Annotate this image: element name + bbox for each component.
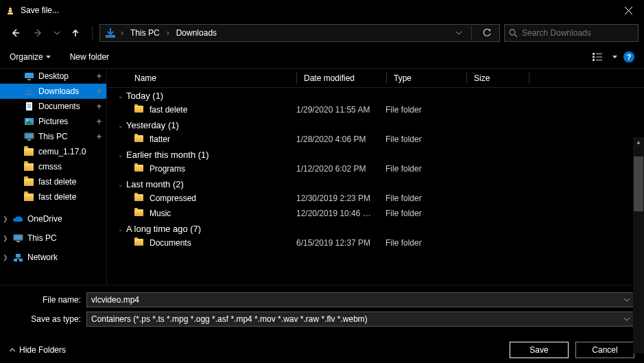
sidebar-item[interactable]: This PC xyxy=(0,129,106,144)
folder-icon xyxy=(23,191,34,202)
chevron-down-icon: ⌄ xyxy=(118,152,123,159)
recent-dropdown[interactable] xyxy=(52,23,62,43)
file-date: 12/30/2019 2:23 PM xyxy=(296,194,385,203)
group-header[interactable]: ⌄Earlier this month (1) xyxy=(107,147,644,161)
file-list: ⌄Today (1)fast delete1/29/2020 11:55 AMF… xyxy=(107,88,644,285)
group-header[interactable]: ⌄Yesterday (1) xyxy=(107,117,644,132)
breadcrumb-segment[interactable]: Downloads xyxy=(172,27,221,39)
filename-dropdown[interactable] xyxy=(621,298,630,302)
scroll-up[interactable]: ▲ xyxy=(633,137,644,147)
svg-rect-22 xyxy=(27,107,31,108)
hide-folders-button[interactable]: Hide Folders xyxy=(10,345,66,355)
svg-rect-34 xyxy=(19,259,23,261)
column-type[interactable]: Type xyxy=(394,73,466,83)
chevron-down-icon: ⌄ xyxy=(118,122,123,129)
breadcrumb-dropdown[interactable] xyxy=(452,32,466,35)
up-button[interactable] xyxy=(66,23,85,43)
sidebar-item-label: Desktop xyxy=(38,71,69,81)
svg-rect-17 xyxy=(27,79,31,80)
column-date[interactable]: Date modified xyxy=(304,73,386,83)
chevron-right-icon[interactable]: ❯ xyxy=(3,235,8,242)
toolbar: Organize New folder ? xyxy=(0,45,644,69)
group-title: A long time ago (7) xyxy=(126,224,201,234)
back-button[interactable] xyxy=(5,23,25,43)
sidebar-item[interactable]: Pictures xyxy=(0,114,106,129)
view-mode-button[interactable] xyxy=(592,50,606,64)
refresh-button[interactable] xyxy=(477,28,497,38)
pin-icon xyxy=(96,73,102,80)
downloads-icon xyxy=(103,25,118,40)
search-icon xyxy=(509,29,518,38)
group-header[interactable]: ⌄A long time ago (7) xyxy=(107,221,644,235)
chevron-right-icon[interactable]: ❯ xyxy=(3,215,8,222)
chevron-down-icon: ⌄ xyxy=(118,93,123,99)
file-date: 12/20/2019 10:46 … xyxy=(296,209,385,218)
svg-rect-11 xyxy=(593,59,595,61)
group-header[interactable]: ⌄Today (1) xyxy=(107,88,644,102)
close-button[interactable] xyxy=(613,0,644,21)
organize-button[interactable]: Organize xyxy=(10,52,51,62)
forward-button[interactable] xyxy=(29,23,48,43)
folder-icon xyxy=(134,134,150,144)
file-type: File folder xyxy=(385,238,458,248)
svg-rect-18 xyxy=(25,93,34,95)
view-dropdown[interactable] xyxy=(611,50,618,64)
column-headers: Name Date modified Type Size xyxy=(107,69,644,88)
sidebar-root[interactable]: ❯This PC xyxy=(0,231,106,246)
sidebar-item[interactable]: fast delete xyxy=(0,189,106,204)
bottom-panel: File name: Save as type: Containers (*.p… xyxy=(0,285,644,336)
file-row[interactable]: Programs1/12/2020 6:02 PMFile folder xyxy=(107,161,644,176)
folder-icon xyxy=(23,176,34,187)
scrollbar[interactable]: ▲ xyxy=(633,137,644,353)
saveas-dropdown[interactable] xyxy=(621,318,630,321)
sidebar-item-label: fast delete xyxy=(38,192,76,202)
chevron-right-icon[interactable]: › xyxy=(119,28,125,38)
sidebar-item[interactable]: Downloads xyxy=(0,84,106,99)
svg-rect-32 xyxy=(16,254,21,257)
breadcrumb-segment[interactable]: This PC xyxy=(126,27,164,39)
file-type: File folder xyxy=(385,164,458,174)
chevron-right-icon[interactable]: › xyxy=(165,28,171,38)
file-row[interactable]: flatter1/28/2020 4:06 PMFile folder xyxy=(107,132,644,147)
saveas-select[interactable]: Containers (*.ps *.ts *.mpg *.ogg *.asf … xyxy=(86,312,634,327)
footer: Hide Folders Save Cancel xyxy=(0,336,644,363)
sidebar-item[interactable]: cemu_1.17.0 xyxy=(0,144,106,159)
file-type: File folder xyxy=(385,134,458,144)
sidebar-item[interactable]: cmsss xyxy=(0,159,106,174)
svg-rect-16 xyxy=(25,73,34,78)
sidebar-item-label: fast delete xyxy=(38,177,76,187)
svg-line-7 xyxy=(514,34,517,37)
column-size[interactable]: Size xyxy=(474,73,529,83)
scroll-thumb[interactable] xyxy=(634,156,643,211)
sidebar-item[interactable]: fast delete xyxy=(0,174,106,189)
desktop-icon xyxy=(23,71,34,82)
sidebar-root[interactable]: ❯OneDrive xyxy=(0,211,106,226)
saveas-value: Containers (*.ps *.ts *.mpg *.ogg *.asf … xyxy=(91,314,621,324)
file-row[interactable]: fast delete1/29/2020 11:55 AMFile folder xyxy=(107,102,644,117)
vlc-icon xyxy=(5,5,15,15)
sidebar-item[interactable]: Documents xyxy=(0,99,106,114)
svg-rect-28 xyxy=(27,139,31,141)
search-input[interactable] xyxy=(522,28,634,38)
file-date: 1/28/2020 4:06 PM xyxy=(296,134,385,144)
filename-input[interactable] xyxy=(91,295,621,305)
help-button[interactable]: ? xyxy=(623,51,634,62)
column-name[interactable]: Name xyxy=(134,73,296,83)
group-header[interactable]: ⌄Last month (2) xyxy=(107,176,644,191)
cancel-button[interactable]: Cancel xyxy=(575,342,634,358)
search-box[interactable] xyxy=(504,24,639,42)
new-folder-button[interactable]: New folder xyxy=(70,52,109,62)
breadcrumb[interactable]: › This PC › Downloads xyxy=(99,24,500,42)
filename-input-wrap[interactable] xyxy=(86,292,634,307)
file-row[interactable]: Documents6/15/2019 12:37 PMFile folder xyxy=(107,235,644,250)
save-button[interactable]: Save xyxy=(510,342,569,358)
sidebar-root[interactable]: ❯Network xyxy=(0,250,106,265)
svg-rect-21 xyxy=(27,106,31,106)
group-title: Earlier this month (1) xyxy=(126,150,209,160)
pin-icon xyxy=(96,89,102,95)
chevron-right-icon[interactable]: ❯ xyxy=(3,254,8,261)
file-row[interactable]: Music12/20/2019 10:46 …File folder xyxy=(107,206,644,221)
svg-rect-3 xyxy=(9,10,12,11)
file-row[interactable]: Compressed12/30/2019 2:23 PMFile folder xyxy=(107,191,644,206)
sidebar-item[interactable]: Desktop xyxy=(0,69,106,84)
